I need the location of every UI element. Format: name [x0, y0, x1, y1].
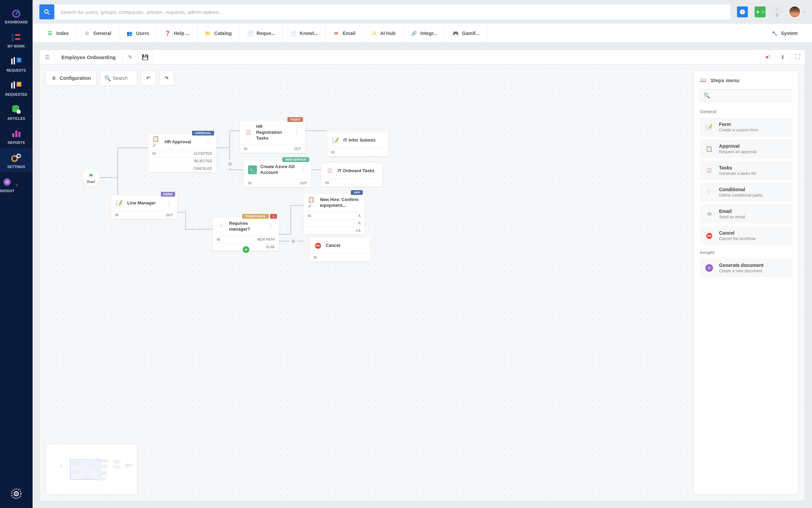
tab-gamification[interactable]: 🎮Gamif... [445, 24, 487, 42]
gear-icon: ⚙ [84, 30, 90, 36]
node-cancel[interactable]: ⛔ Cancel IN [309, 238, 371, 261]
sidebar-item-settings[interactable]: SETTINGS [0, 148, 33, 172]
tab-index[interactable]: ☰Index [39, 24, 77, 42]
steps-search-input[interactable] [700, 89, 792, 102]
node-new-hire[interactable]: APP 📋✓ New Hire: Confirm equipment... IN… [304, 194, 365, 234]
search-input[interactable] [54, 4, 730, 19]
tab-catalog[interactable]: 📁Catalog [197, 24, 240, 42]
svg-rect-7 [14, 57, 15, 65]
tab-help[interactable]: ❓Help ... [157, 24, 197, 42]
fullscreen-button[interactable]: ⛶ [790, 50, 805, 65]
add-button[interactable]: +▾ [755, 6, 766, 17]
node-title: New Hire: Confirm equipment... [320, 197, 361, 208]
node-more-button[interactable]: ⋮ [204, 139, 212, 145]
step-cancel[interactable]: ⛔ CancelCancel the workflow [700, 226, 792, 245]
configuration-button[interactable]: 🗎Configuration [46, 71, 97, 86]
step-tasks[interactable]: ☑ TasksGenerate a tasks list [700, 161, 792, 180]
svg-text:i: i [18, 110, 19, 114]
svg-point-22 [14, 158, 16, 160]
svg-text:!: ! [18, 82, 20, 86]
node-more-button[interactable]: ⋮ [165, 200, 173, 206]
svg-text:!: ! [742, 10, 743, 14]
node-line-manager[interactable]: FORM 📝 Line Manager ⋮ INOUT [111, 195, 177, 219]
node-azure[interactable]: WEB SERVICE >_ Create Azure AD Account ⋮… [244, 161, 311, 187]
svg-rect-18 [12, 133, 14, 137]
node-it-info[interactable]: 📝 IT Infor Submis IN [327, 132, 388, 156]
approval-icon: 📋 [704, 144, 714, 154]
svg-rect-20 [18, 132, 20, 137]
workflow-canvas[interactable]: 🗎Configuration 🔍 ↶ ↷ [39, 65, 805, 501]
redo-button[interactable]: ↷ [159, 71, 174, 86]
sidebar-item-requests[interactable]: ! REQUESTS [0, 52, 33, 76]
node-hr-approval[interactable]: APPROVAL 📋✓ HR Approval ⋮ INACCEPTED REJ… [148, 134, 216, 172]
cancel-icon: ⛔ [314, 241, 322, 250]
config-icon: 🗎 [52, 75, 56, 81]
help-icon: ❓ [165, 30, 171, 36]
game-icon: 🎮 [452, 30, 458, 36]
tab-general[interactable]: ⚙General [77, 24, 119, 42]
book-icon: 📖 [700, 77, 706, 83]
link-icon: 🔗 [411, 30, 417, 36]
alert-button[interactable]: ! [737, 6, 748, 17]
step-generate-document[interactable]: Generate documentCreate a new document [700, 258, 792, 277]
add-path-button[interactable]: + [243, 246, 249, 253]
branch-icon: ⑂ [704, 187, 714, 197]
svg-rect-3 [15, 34, 20, 36]
tab-integrations[interactable]: 🔗Integr... [403, 24, 445, 42]
mail-icon: ✉ [704, 209, 714, 219]
steps-section-general: General [700, 109, 792, 114]
user-menu[interactable]: ▾ [789, 6, 805, 18]
tab-requests[interactable]: 📄Reque... [240, 24, 283, 42]
sidebar-item-mywork[interactable]: 12 MY WORK [0, 28, 33, 52]
tab-email[interactable]: ✉Email [326, 24, 363, 42]
undo-button[interactable]: ↶ [141, 71, 156, 86]
workflow-start-node[interactable]: ⚑ Start [82, 169, 100, 187]
save-button[interactable]: 💾 [138, 50, 153, 65]
tasks-icon: ☑ [325, 166, 334, 175]
node-more-button[interactable]: ⋮ [293, 129, 301, 136]
svg-point-1 [16, 13, 17, 15]
download-button[interactable]: ⬇ [775, 50, 790, 65]
step-email[interactable]: ✉ EmailSend an email [700, 204, 792, 223]
node-it-onboard[interactable]: ☑ IT Onboard Tasks IN [321, 163, 382, 187]
sidebar-item-articles[interactable]: i ARTICLES [0, 100, 33, 124]
node-more-button[interactable]: ⋮ [267, 223, 275, 230]
users-icon: 👥 [127, 30, 133, 36]
node-requires-manager[interactable]: CONDITIONAL1 ⑂ Requires manager? ⋮ INNEW… [213, 217, 279, 251]
step-form[interactable]: 📝 FormCreate a custom form [700, 117, 792, 137]
step-conditional[interactable]: ⑂ ConditionalDefine conditional paths [700, 183, 792, 202]
svg-rect-10 [11, 83, 13, 89]
error-indicator[interactable]: ●! [760, 50, 775, 65]
sidebar-item-dashboard[interactable]: DASHBOARD [0, 3, 33, 28]
minimap[interactable] [46, 444, 137, 495]
tab-system[interactable]: 🔧System [764, 24, 805, 42]
menu-button[interactable]: ☰ [40, 50, 55, 65]
node-title: Line Manager [127, 200, 162, 206]
counter[interactable]: ◦•◦ 0 [772, 6, 782, 18]
sidebar-item-reports[interactable]: REPORTS [0, 124, 33, 148]
port-connector[interactable]: ⚑ [289, 238, 297, 245]
step-approval[interactable]: 📋 ApprovalRequest an approval [700, 139, 792, 158]
gamepad-icon: ◦•◦ [772, 6, 782, 12]
svg-line-32 [48, 13, 50, 15]
svg-rect-6 [11, 58, 13, 65]
steps-panel: 📖 Steps menu 🔍 General 📝 FormCreate a cu… [694, 71, 799, 495]
svg-text:!: ! [18, 58, 20, 62]
svg-text:1: 1 [12, 33, 14, 37]
sidebar-item-requested[interactable]: ! REQUESTED [0, 76, 33, 100]
node-more-button[interactable]: ⋮ [299, 166, 307, 173]
terminal-icon: >_ [248, 165, 257, 174]
avatar [789, 6, 801, 18]
edit-button[interactable]: ✎ [123, 50, 138, 65]
node-title: HR Approval [165, 139, 201, 145]
port-connector[interactable]: ⚑ [226, 160, 234, 168]
caret-down-icon[interactable]: ▾ [761, 10, 766, 14]
node-hr-tasks[interactable]: TASKS ☑ HR Registration Tasks ⋮ INOUT [240, 121, 305, 153]
badge-form: FORM [161, 192, 175, 197]
sidebar-item-insight[interactable]: INSIGHT ▶ [0, 172, 33, 196]
tab-knowledge[interactable]: 📄Knowl... [283, 24, 326, 42]
tasks-icon: ☑ [244, 128, 253, 137]
search-button[interactable] [39, 4, 54, 19]
tab-aihub[interactable]: ✨AI Hub [363, 24, 403, 42]
tab-users[interactable]: 👥Users [119, 24, 157, 42]
